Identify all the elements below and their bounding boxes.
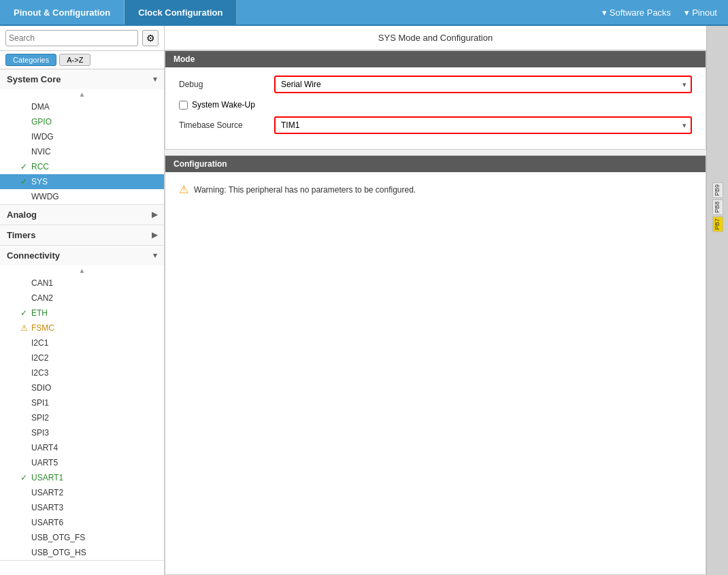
sidebar-item-eth[interactable]: ✓ ETH [0, 306, 164, 321]
sidebar-item-uart4[interactable]: UART4 [0, 440, 164, 455]
sidebar-item-rcc[interactable]: ✓ RCC [0, 159, 164, 174]
scroll-up-arrow[interactable]: ▲ [0, 89, 164, 99]
section-connectivity-header[interactable]: Connectivity ▾ [0, 246, 164, 265]
section-timers-header[interactable]: Timers ▶ [0, 225, 164, 245]
tree: System Core ▾ ▲ DMA GPIO IWDG [0, 69, 164, 575]
debug-select-wrap: Serial Wire JTAG (5 pins) JTAG (4 pins) … [274, 76, 692, 93]
sidebar-item-i2c2[interactable]: I2C2 [0, 350, 164, 365]
debug-select[interactable]: Serial Wire JTAG (5 pins) JTAG (4 pins) … [274, 76, 692, 93]
section-timers: Timers ▶ [0, 225, 164, 246]
sidebar-item-sys[interactable]: ✓ SYS [0, 174, 164, 189]
system-wakeup-checkbox[interactable] [179, 101, 188, 110]
sidebar-item-fsmc[interactable]: ⚠ FSMC [0, 321, 164, 335]
sidebar-item-i2c3[interactable]: I2C3 [0, 365, 164, 380]
section-system-core: System Core ▾ ▲ DMA GPIO IWDG [0, 69, 164, 205]
debug-row: Debug Serial Wire JTAG (5 pins) JTAG (4 … [179, 76, 692, 93]
main-content: SYS Mode and Configuration Mode Debug Se… [165, 26, 706, 575]
mode-section: Mode Debug Serial Wire JTAG (5 pins) JTA… [165, 50, 706, 150]
warning-box: ⚠ Warning: This peripheral has no parame… [165, 172, 706, 207]
tab-categories[interactable]: Categories [5, 54, 56, 66]
sidebar-item-usart3[interactable]: USART3 [0, 500, 164, 515]
section-analog: Analog ▶ [0, 205, 164, 225]
sidebar-item-can2[interactable]: CAN2 [0, 291, 164, 306]
tab-clock-config[interactable]: Clock Configuration [125, 0, 237, 24]
timebase-select[interactable]: TIM1 TIM2 TIM3 SysTick [274, 116, 692, 134]
top-bar: Pinout & Configuration Clock Configurati… [0, 0, 728, 26]
config-section-header: Configuration [165, 156, 706, 172]
sidebar-item-can1[interactable]: CAN1 [0, 276, 164, 291]
status-icon-fsmc: ⚠ [19, 323, 29, 333]
status-icon-sys: ✓ [19, 177, 29, 186]
gear-button[interactable]: ⚙ [142, 30, 159, 46]
system-core-items: ▲ DMA GPIO IWDG NVIC [0, 89, 164, 204]
pin-pb9: PB9 [712, 182, 723, 198]
pin-pb8: PB8 [712, 199, 723, 215]
status-icon-usart1: ✓ [19, 473, 29, 482]
mode-section-header: Mode [165, 51, 706, 67]
chevron-down-icon-connectivity: ▾ [153, 251, 157, 260]
tab-pinout[interactable]: ▾ Pinout [684, 7, 717, 18]
section-analog-header[interactable]: Analog ▶ [0, 205, 164, 225]
sidebar-item-usb-otg-fs[interactable]: USB_OTG_FS [0, 530, 164, 545]
sidebar-item-sdio[interactable]: SDIO [0, 380, 164, 395]
sidebar-item-spi3[interactable]: SPI3 [0, 425, 164, 440]
search-input[interactable] [9, 33, 135, 43]
main-layout: ⚙ Categories A->Z System Core ▾ ▲ [0, 26, 728, 575]
warning-text: Warning: This peripheral has no paramete… [194, 185, 416, 195]
system-wakeup-label: System Wake-Up [192, 100, 255, 110]
sidebar-item-i2c1[interactable]: I2C1 [0, 335, 164, 350]
sidebar-item-usart2[interactable]: USART2 [0, 485, 164, 500]
config-section: Configuration ⚠ Warning: This peripheral… [165, 155, 706, 575]
pin-strip: PB9 PB8 PB7 [706, 26, 728, 575]
filter-tabs: Categories A->Z [0, 51, 164, 69]
system-wakeup-row: System Wake-Up [179, 100, 692, 110]
sidebar-item-spi2[interactable]: SPI2 [0, 410, 164, 425]
tab-pinout-config[interactable]: Pinout & Configuration [0, 0, 125, 24]
chevron-down-icon: ▾ [153, 75, 157, 84]
search-input-wrap [5, 30, 138, 46]
sidebar-item-usart1[interactable]: ✓ USART1 [0, 470, 164, 485]
sidebar-item-nvic[interactable]: NVIC [0, 144, 164, 159]
panel-title: SYS Mode and Configuration [165, 26, 706, 50]
chevron-right-icon-timers: ▶ [152, 231, 157, 240]
top-right-tabs: ▾ Software Packs ▾ Pinout [591, 0, 728, 24]
pin-pb7: PB7 [712, 216, 723, 232]
sidebar-item-iwdg[interactable]: IWDG [0, 129, 164, 144]
sidebar-item-dma[interactable]: DMA [0, 99, 164, 114]
timebase-label: Timebase Source [179, 120, 267, 130]
sidebar-item-spi1[interactable]: SPI1 [0, 395, 164, 410]
debug-label: Debug [179, 80, 267, 89]
sidebar: ⚙ Categories A->Z System Core ▾ ▲ [0, 26, 165, 575]
timebase-select-wrap: TIM1 TIM2 TIM3 SysTick ▾ [274, 116, 692, 134]
section-system-core-header[interactable]: System Core ▾ [0, 69, 164, 89]
section-connectivity: Connectivity ▾ ▲ CAN1 CAN2 ✓ ET [0, 246, 164, 561]
warning-icon: ⚠ [179, 183, 188, 196]
scroll-up-arrow-connectivity[interactable]: ▲ [0, 265, 164, 276]
status-icon-eth: ✓ [19, 308, 29, 318]
status-icon-rcc: ✓ [19, 162, 29, 171]
sidebar-item-wwdg[interactable]: WWDG [0, 189, 164, 204]
connectivity-items: ▲ CAN1 CAN2 ✓ ETH ⚠ FSM [0, 265, 164, 560]
search-bar: ⚙ [0, 26, 164, 51]
sidebar-item-gpio[interactable]: GPIO [0, 114, 164, 129]
sidebar-item-uart5[interactable]: UART5 [0, 455, 164, 470]
tab-az[interactable]: A->Z [59, 54, 90, 66]
tab-software-packs[interactable]: ▾ Software Packs [602, 7, 671, 18]
chevron-right-icon-analog: ▶ [152, 210, 157, 219]
timebase-row: Timebase Source TIM1 TIM2 TIM3 SysTick ▾ [179, 116, 692, 134]
mode-section-body: Debug Serial Wire JTAG (5 pins) JTAG (4 … [165, 67, 706, 149]
sidebar-item-usb-otg-hs[interactable]: USB_OTG_HS [0, 545, 164, 560]
sidebar-item-usart6[interactable]: USART6 [0, 515, 164, 530]
